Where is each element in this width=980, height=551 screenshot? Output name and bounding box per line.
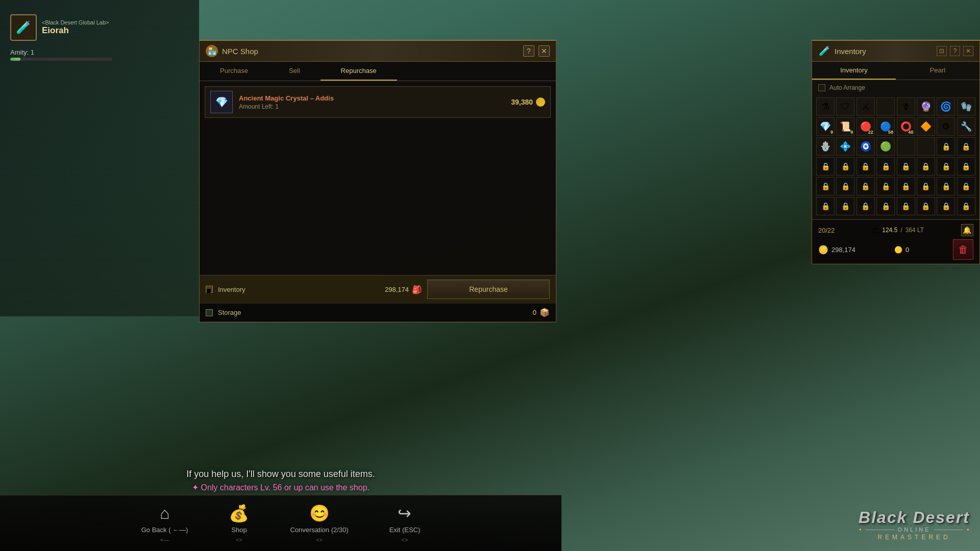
action-go-back[interactable]: ⌂ Go Back ( ←—) <— <box>141 504 188 543</box>
lock-icon: 🔒 <box>962 142 970 151</box>
inventory-label: Inventory <box>218 286 380 293</box>
inventory-slot[interactable]: 🔶 <box>917 117 935 136</box>
auto-arrange-label: Auto Arrange <box>829 84 865 91</box>
lock-icon: 🔒 <box>881 182 890 190</box>
brand-online: ONLINE <box>898 527 931 533</box>
gold-icon <box>536 97 545 107</box>
server-name: <Black Desert Global Lab> <box>42 19 109 26</box>
lock-icon: 🔒 <box>861 162 870 170</box>
inventory-slot[interactable]: 🪬 <box>816 137 835 156</box>
brand-desert: Desert <box>908 508 970 527</box>
help-button[interactable]: ? <box>523 45 534 57</box>
action-exit[interactable]: ↪ Exit (ESC) <> <box>389 504 421 543</box>
inventory-slot[interactable]: 🧿 <box>856 137 875 156</box>
inventory-slot: 🔒 <box>937 177 955 195</box>
inventory-slot[interactable]: 🌀 <box>937 97 955 116</box>
action-shop[interactable]: 💰 Shop <> <box>229 504 249 543</box>
inventory-slot[interactable] <box>897 137 915 156</box>
inventory-options: Auto Arrange <box>812 80 979 95</box>
character-name: Eiorah <box>42 26 109 36</box>
inventory-slot: 🔒 <box>957 197 975 215</box>
inventory-slot[interactable]: ⚙ <box>937 117 955 136</box>
silver-icon: 🪙 <box>818 245 828 255</box>
inventory-slot[interactable]: 🗡 <box>897 97 915 116</box>
inventory-slot: 🔒 <box>957 157 975 176</box>
lock-icon: 🔒 <box>881 202 890 210</box>
inventory-slot: 🔒 <box>856 177 875 195</box>
item-icon: 📜 <box>840 121 851 132</box>
weight-area: ⚖ 124.5 / 364 LT <box>872 226 924 235</box>
inventory-titlebar: 🧪 Inventory ⊡ ? ✕ <box>812 41 979 62</box>
lock-icon: 🔒 <box>962 162 970 170</box>
storage-checkbox[interactable] <box>206 309 213 316</box>
inventory-help-btn[interactable]: ? <box>950 46 960 56</box>
tab-purchase[interactable]: Purchase <box>200 62 268 81</box>
money-row: 🪙 298,174 🟡 0 🗑 <box>818 239 973 260</box>
auto-arrange-checkbox[interactable] <box>818 84 825 91</box>
action-conversation[interactable]: 😊 Conversation (2/30) <> <box>290 504 348 543</box>
notification-bell[interactable]: 🔔 <box>961 224 973 236</box>
inventory-slot[interactable]: 📜9 <box>836 117 854 136</box>
lock-icon: 🔒 <box>841 202 850 210</box>
inventory-slot[interactable]: 💠 <box>836 137 854 156</box>
footer-inventory-row[interactable]: ■ Inventory 298,174 🎒 Repurchase <box>200 276 556 304</box>
inventory-slot[interactable]: 🔮 <box>917 97 935 116</box>
shop-key: <> <box>236 537 242 543</box>
inventory-grid: ⚗🛡⚔🗡🔮🌀🧤💎9📜9🔴22🔵58⭕40🔶⚙🔧🪬💠🧿🟢🔒🔒🔒🔒🔒🔒🔒🔒🔒🔒🔒🔒🔒… <box>812 95 979 219</box>
lock-icon: 🔒 <box>821 202 830 210</box>
inventory-slot[interactable]: 🧤 <box>957 97 975 116</box>
inventory-slot: 🔒 <box>917 157 935 176</box>
inventory-slot: 🔒 <box>917 197 935 215</box>
weight-separator: / <box>900 227 902 234</box>
inventory-checkbox[interactable]: ■ <box>206 286 213 293</box>
inventory-minimize-btn[interactable]: ⊡ <box>937 46 947 56</box>
lock-icon: 🔒 <box>962 202 970 210</box>
price-value: 39,380 <box>511 98 533 106</box>
close-button[interactable]: ✕ <box>538 45 550 57</box>
tab-repurchase[interactable]: Repurchase <box>321 62 397 81</box>
inventory-slot: 🔒 <box>876 197 895 215</box>
trash-button[interactable]: 🗑 <box>953 239 973 260</box>
npc-shop-tabs: Purchase Sell Repurchase <box>200 62 556 81</box>
tab-pearl[interactable]: Pearl <box>896 62 979 80</box>
tab-sell[interactable]: Sell <box>268 62 321 81</box>
shop-item-row[interactable]: 💎 Ancient Magic Crystal – Addis Amount L… <box>205 86 551 118</box>
inventory-slot: 🔒 <box>816 177 835 195</box>
item-price: 39,380 <box>511 97 545 107</box>
inventory-slot[interactable] <box>876 97 895 116</box>
inventory-slot: 🔒 <box>836 157 854 176</box>
inventory-slot[interactable]: ⚔ <box>856 97 875 116</box>
stack-count: 22 <box>868 130 873 135</box>
inventory-slot[interactable]: ⭕40 <box>897 117 915 136</box>
inventory-slot[interactable]: 💎9 <box>816 117 835 136</box>
inventory-amount: 298,174 <box>385 286 409 293</box>
inventory-slot[interactable]: 🛡 <box>836 97 854 116</box>
brand-logo: Black Desert ✦ ONLINE ✦ REMASTERED <box>859 509 970 541</box>
item-icon: 💠 <box>840 141 851 152</box>
inventory-slot[interactable]: 🔧 <box>957 117 975 136</box>
shop-footer: ■ Inventory 298,174 🎒 Repurchase Storage… <box>200 275 556 322</box>
inventory-slot[interactable]: ⚗ <box>816 97 835 116</box>
inventory-slot: 🔒 <box>876 157 895 176</box>
inventory-close-btn[interactable]: ✕ <box>963 46 973 56</box>
footer-storage-row[interactable]: Storage 0 📦 <box>200 304 556 322</box>
item-info: Ancient Magic Crystal – Addis Amount Lef… <box>239 94 505 110</box>
inventory-slot[interactable]: 🟢 <box>876 137 895 156</box>
conversation-icon: 😊 <box>309 504 330 523</box>
inventory-slot[interactable]: 🔴22 <box>856 117 875 136</box>
inventory-slot[interactable] <box>917 137 935 156</box>
npc-dialog: If you help us, I'll show you some usefu… <box>0 469 561 492</box>
inventory-slot[interactable]: 🔵58 <box>876 117 895 136</box>
item-name: Ancient Magic Crystal – Addis <box>239 94 505 102</box>
npc-shop-title: NPC Shop <box>222 47 519 56</box>
amity-fill <box>10 58 20 61</box>
slots-row: 20/22 ⚖ 124.5 / 364 LT 🔔 <box>818 224 973 236</box>
tab-inventory[interactable]: Inventory <box>812 62 896 80</box>
repurchase-button[interactable]: Repurchase <box>427 280 550 299</box>
gold-coin-icon: 🟡 <box>894 246 902 254</box>
lock-icon: 🔒 <box>881 162 890 170</box>
inventory-slot: 🔒 <box>836 197 854 215</box>
amity-label: Amity: 1 <box>10 48 34 56</box>
item-icon: 🔮 <box>920 101 932 112</box>
inventory-footer: 20/22 ⚖ 124.5 / 364 LT 🔔 🪙 298,174 🟡 0 🗑 <box>812 219 979 264</box>
